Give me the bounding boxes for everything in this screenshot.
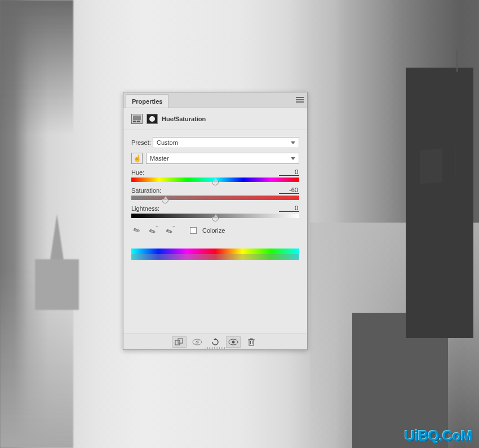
colorize-label: Colorize bbox=[202, 227, 225, 234]
chevron-down-icon bbox=[291, 157, 295, 160]
spectrum-input bbox=[131, 249, 299, 254]
panel-collapse-strip: ◀◀ ✕ bbox=[294, 94, 476, 101]
panel-menu-icon[interactable] bbox=[296, 97, 304, 103]
eyedropper-subtract-icon[interactable]: ✎ bbox=[163, 223, 178, 238]
preset-select[interactable]: Custom bbox=[153, 137, 299, 148]
building-antenna-block bbox=[420, 149, 442, 184]
skyline-left bbox=[0, 0, 73, 448]
saturation-thumb[interactable] bbox=[162, 199, 168, 203]
channel-select[interactable]: Master bbox=[146, 153, 299, 164]
svg-rect-7 bbox=[249, 340, 254, 345]
preset-row: Preset: Custom bbox=[131, 137, 299, 148]
view-previous-state-icon[interactable] bbox=[190, 336, 205, 348]
building-base bbox=[35, 259, 79, 310]
saturation-slider-block: Saturation: -60 bbox=[131, 187, 299, 200]
adjustment-title: Hue/Saturation bbox=[162, 116, 206, 122]
adjustment-header: Hue/Saturation bbox=[123, 108, 307, 130]
channel-row: ☝ Master bbox=[131, 153, 299, 164]
spectrum-output bbox=[131, 254, 299, 260]
tab-properties-label: Properties bbox=[132, 98, 162, 105]
svg-rect-0 bbox=[175, 340, 180, 345]
lightness-thumb[interactable] bbox=[212, 217, 219, 221]
skyline-right bbox=[389, 0, 479, 448]
panel-tabbar: Properties bbox=[123, 92, 307, 108]
watermark: UiBQ.CoM bbox=[404, 427, 472, 445]
hue-slider[interactable] bbox=[131, 178, 299, 182]
building-mast bbox=[456, 50, 458, 72]
panel-footer bbox=[123, 334, 307, 349]
chevron-down-icon bbox=[291, 141, 295, 144]
building-antenna bbox=[455, 147, 455, 178]
targeted-adjustment-icon[interactable]: ☝ bbox=[131, 153, 143, 164]
eyedropper-icon[interactable]: ✎ bbox=[129, 223, 144, 238]
panel-body: Preset: Custom ☝ Master Hue: 0 bbox=[123, 130, 307, 264]
svg-point-6 bbox=[232, 340, 235, 343]
svg-rect-9 bbox=[250, 339, 252, 340]
lightness-label: Lightness: bbox=[131, 205, 159, 212]
trash-icon[interactable] bbox=[244, 336, 259, 348]
hue-thumb[interactable] bbox=[212, 181, 219, 185]
toggle-visibility-icon[interactable] bbox=[226, 336, 241, 348]
clip-to-layer-icon[interactable] bbox=[172, 336, 187, 348]
hue-label: Hue: bbox=[131, 169, 144, 176]
tab-properties[interactable]: Properties bbox=[126, 94, 168, 108]
preset-value: Custom bbox=[157, 139, 178, 146]
reset-icon[interactable] bbox=[208, 336, 223, 348]
hue-value[interactable]: 0 bbox=[279, 168, 299, 176]
resize-grip[interactable] bbox=[206, 347, 225, 349]
building-tall bbox=[406, 68, 473, 338]
colorize-checkbox[interactable] bbox=[190, 227, 197, 234]
svg-rect-1 bbox=[178, 339, 183, 343]
lightness-value[interactable]: 0 bbox=[279, 205, 299, 212]
properties-panel: Properties Hue/Saturation Preset: Custom… bbox=[123, 92, 308, 350]
saturation-label: Saturation: bbox=[131, 187, 161, 194]
eyedropper-add-icon[interactable]: ✎ bbox=[146, 223, 161, 238]
eyedropper-row: ✎ ✎ ✎ Colorize bbox=[131, 225, 299, 236]
preset-label: Preset: bbox=[131, 139, 153, 146]
channel-value: Master bbox=[150, 155, 169, 162]
lightness-slider[interactable] bbox=[131, 214, 299, 218]
layer-mask-icon[interactable] bbox=[147, 114, 158, 124]
saturation-slider[interactable] bbox=[131, 196, 299, 200]
spectrum-bars[interactable] bbox=[131, 249, 299, 260]
adjustment-type-icon[interactable] bbox=[131, 114, 143, 124]
hue-slider-block: Hue: 0 bbox=[131, 168, 299, 182]
saturation-value[interactable]: -60 bbox=[279, 187, 299, 194]
lightness-slider-block: Lightness: 0 bbox=[131, 205, 299, 218]
